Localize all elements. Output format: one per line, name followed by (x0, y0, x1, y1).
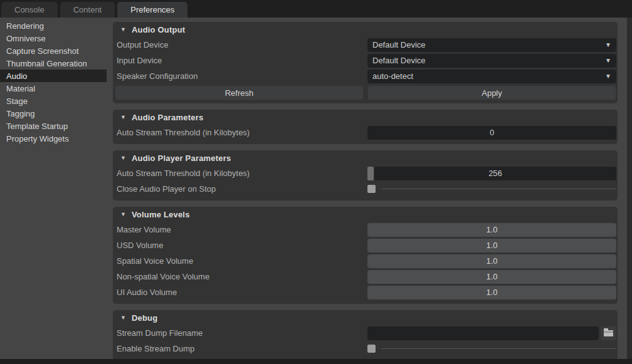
collapse-arrow-icon: ▼ (120, 155, 126, 161)
section-header-audio-parameters[interactable]: ▼Audio Parameters (115, 110, 616, 125)
preferences-content: ▼Audio OutputOutput DeviceDefault Device… (113, 18, 618, 364)
close-audio-player-on-stop-checkbox-row (367, 185, 616, 193)
drag-handle[interactable] (367, 167, 374, 180)
row-auto-stream-threshold-in-kilobytes: Auto Stream Threshold (in Kilobytes)0 (115, 125, 616, 140)
dropdown-arrow-icon: ▼ (600, 41, 611, 48)
row-auto-stream-threshold-in-kilobytes: Auto Stream Threshold (in Kilobytes)256 (115, 165, 616, 181)
enable-stream-dump-checkbox[interactable] (367, 345, 376, 353)
speaker-configuration-dropdown[interactable]: auto-detect▼ (367, 70, 616, 83)
section-title: Audio Player Parameters (132, 153, 231, 163)
field-label: Master Volume (115, 225, 367, 234)
row-usd-volume: USD Volume1.0 (115, 237, 616, 253)
row-spatial-voice-volume: Spatial Voice Volume1.0 (115, 253, 616, 269)
usd-volume-slider[interactable]: 1.0 (367, 239, 616, 252)
section-header-debug[interactable]: ▼Debug (115, 310, 616, 325)
dropdown-value: auto-detect (372, 71, 413, 81)
section-volume-levels: ▼Volume LevelsMaster Volume1.0USD Volume… (113, 207, 618, 304)
field-label: Non-spatial Voice Volume (115, 272, 367, 281)
control-close-audio-player-on-stop (367, 182, 616, 196)
input-value: 256 (488, 169, 502, 178)
control-spatial-voice-volume: 1.0 (367, 254, 616, 268)
tab-console[interactable]: Console (1, 2, 58, 18)
vertical-scrollbar[interactable] (627, 18, 632, 359)
section-audio-output: ▼Audio OutputOutput DeviceDefault Device… (113, 22, 618, 103)
input-device-dropdown[interactable]: Default Device▼ (367, 54, 616, 68)
collapse-arrow-icon: ▼ (120, 114, 126, 120)
auto-stream-threshold-in-kilobytes-input[interactable]: 0 (367, 126, 616, 140)
section-header-audio-output[interactable]: ▼Audio Output (115, 22, 616, 37)
stream-dump-filename-input[interactable] (367, 326, 599, 340)
non-spatial-voice-volume-slider[interactable]: 1.0 (367, 270, 616, 284)
row-output-device: Output DeviceDefault Device▼ (115, 37, 616, 53)
close-audio-player-on-stop-checkbox[interactable] (367, 185, 376, 193)
dropdown-arrow-icon: ▼ (600, 73, 611, 80)
control-output-device: Default Device▼ (367, 38, 616, 52)
control-ui-audio-volume: 1.0 (367, 286, 616, 299)
sidebar-item-tagging[interactable]: Tagging (0, 107, 107, 120)
sidebar-item-stage[interactable]: Stage (0, 95, 107, 107)
auto-stream-threshold-in-kilobytes-input[interactable]: 256 (374, 167, 616, 180)
tab-preferences[interactable]: Preferences (117, 2, 187, 18)
row-ui-audio-volume: UI Audio Volume1.0 (115, 284, 616, 300)
row-master-volume: Master Volume1.0 (115, 222, 616, 237)
field-label: Auto Stream Threshold (in Kilobytes) (115, 128, 367, 137)
row-stream-dump-filename: Stream Dump Filename (115, 325, 616, 341)
field-label: Stream Dump Filename (115, 328, 367, 338)
dropdown-value: Default Device (372, 40, 426, 49)
collapse-arrow-icon: ▼ (120, 26, 126, 33)
field-label: Input Device (115, 56, 367, 65)
tab-content[interactable]: Content (60, 2, 115, 18)
row-non-spatial-voice-volume: Non-spatial Voice Volume1.0 (115, 269, 616, 284)
field-label: Spatial Voice Volume (115, 256, 367, 266)
browse-file-button[interactable] (601, 326, 616, 340)
section-header-audio-player-parameters[interactable]: ▼Audio Player Parameters (115, 150, 616, 165)
sidebar-item-audio[interactable]: Audio (0, 70, 107, 82)
sidebar-item-thumbnail-generation[interactable]: Thumbnail Generation (0, 57, 107, 70)
collapse-arrow-icon: ▼ (120, 315, 126, 321)
ui-audio-volume-slider[interactable]: 1.0 (367, 286, 616, 299)
master-volume-slider[interactable]: 1.0 (367, 223, 616, 237)
input-value: 0 (490, 128, 494, 137)
divider-line (381, 348, 616, 349)
field-label: Enable Stream Dump (115, 344, 367, 353)
section-audio-player-parameters: ▼Audio Player ParametersAuto Stream Thre… (113, 150, 618, 200)
sidebar-item-template-startup[interactable]: Template Startup (0, 120, 107, 132)
control-input-device: Default Device▼ (367, 54, 616, 68)
slider-value: 1.0 (486, 272, 497, 281)
section-header-volume-levels[interactable]: ▼Volume Levels (115, 207, 616, 222)
sidebar-item-rendering[interactable]: Rendering (0, 19, 107, 32)
collapse-arrow-icon: ▼ (120, 211, 126, 217)
spatial-voice-volume-slider[interactable]: 1.0 (367, 254, 616, 268)
field-label: Auto Stream Threshold (in Kilobytes) (115, 169, 367, 178)
section-audio-parameters: ▼Audio ParametersAuto Stream Threshold (… (113, 110, 618, 144)
control-master-volume: 1.0 (367, 223, 616, 237)
enable-stream-dump-checkbox-row (367, 345, 616, 353)
control-auto-stream-threshold-in-kilobytes: 256 (367, 167, 616, 180)
control-enable-stream-dump (367, 342, 616, 356)
row-close-audio-player-on-stop: Close Audio Player on Stop (115, 181, 616, 197)
window-bottom-edge (0, 359, 632, 364)
control-speaker-configuration: auto-detect▼ (367, 70, 616, 83)
section-title: Audio Parameters (132, 113, 203, 122)
apply-button[interactable]: Apply (368, 86, 616, 100)
folder-icon (604, 330, 613, 336)
control-non-spatial-voice-volume: 1.0 (367, 270, 616, 284)
section-debug: ▼DebugStream Dump FilenameEnable Stream … (113, 310, 618, 360)
row-input-device: Input DeviceDefault Device▼ (115, 53, 616, 68)
sidebar-item-capture-screenshot[interactable]: Capture Screenshot (0, 44, 107, 57)
slider-value: 1.0 (486, 241, 497, 250)
control-stream-dump-filename (367, 326, 616, 340)
sidebar-item-material[interactable]: Material (0, 82, 107, 95)
output-device-dropdown[interactable]: Default Device▼ (367, 38, 616, 52)
control-usd-volume: 1.0 (367, 239, 616, 252)
slider-value: 1.0 (486, 288, 497, 297)
button-row: RefreshApply (115, 86, 616, 100)
sidebar-item-property-widgets[interactable]: Property Widgets (0, 132, 107, 145)
slider-value: 1.0 (486, 225, 497, 234)
field-label: Output Device (115, 40, 367, 49)
stream-dump-filename-file-row (367, 326, 616, 340)
section-title: Debug (132, 313, 157, 323)
field-label: UI Audio Volume (115, 288, 367, 297)
refresh-button[interactable]: Refresh (115, 86, 363, 100)
sidebar-item-omniverse[interactable]: Omniverse (0, 32, 107, 44)
